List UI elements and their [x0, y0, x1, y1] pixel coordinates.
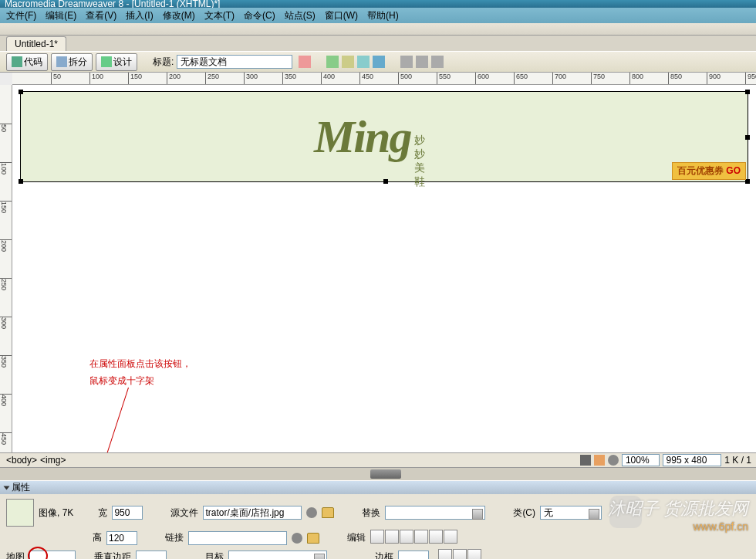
class-select[interactable]: 无 — [540, 506, 602, 520]
menu-file[interactable]: 文件(F) — [3, 9, 39, 22]
tag-img[interactable]: <img> — [39, 455, 67, 466]
align-buttons[interactable] — [438, 549, 482, 559]
panel-splitter[interactable] — [0, 468, 756, 480]
visual-aids-icon[interactable] — [431, 56, 444, 68]
menu-site[interactable]: 站点(S) — [282, 9, 319, 22]
point-to-file-icon-2[interactable] — [292, 533, 302, 544]
src-input[interactable] — [203, 506, 302, 520]
height-label: 高 — [93, 531, 102, 544]
ruler-vertical: 50 100 150 200 250 300 350 400 450 — [0, 85, 12, 452]
file-size-label: 1 K / 1 — [724, 455, 751, 466]
menubar: 文件(F) 编辑(E) 查看(V) 插入(I) 修改(M) 文本(T) 命令(C… — [0, 8, 756, 23]
hand-tool-icon[interactable] — [594, 455, 605, 466]
file-mgmt-icon[interactable] — [342, 56, 354, 68]
map-name-input[interactable] — [29, 551, 76, 560]
class-label: 类(C) — [513, 506, 535, 520]
design-canvas[interactable]: Ming 妙妙美鞋 百元优惠券 GO 在属性面板点击该按钮， 鼠标变成十字架 — [12, 85, 756, 452]
insert-toolbar — [0, 23, 756, 36]
border-input[interactable] — [398, 551, 429, 560]
watermark: 沐昭子 货源批发网 www.6pf.cn — [608, 497, 748, 533]
menu-edit[interactable]: 编辑(E) — [42, 9, 79, 22]
document-toolbar: 代码 拆分 设计 标题: — [0, 51, 756, 73]
point-to-file-icon[interactable] — [306, 507, 317, 518]
link-input[interactable] — [188, 531, 287, 545]
menu-modify[interactable]: 修改(M) — [160, 9, 198, 22]
view-split-button[interactable]: 拆分 — [51, 53, 93, 71]
refresh-icon[interactable] — [400, 56, 413, 68]
link-label: 链接 — [165, 531, 184, 544]
height-input[interactable] — [106, 531, 137, 545]
menu-view[interactable]: 查看(V) — [83, 9, 120, 22]
ruler-horizontal: 50 100 150 200 250 300 350 400 450 500 5… — [12, 73, 756, 85]
vspace-label: 垂直边距 — [94, 551, 131, 559]
src-label: 源文件 — [170, 506, 198, 520]
window-titlebar: Macromedia Dreamweaver 8 - [Untitled-1 (… — [0, 0, 756, 8]
border-label: 边框 — [375, 551, 393, 559]
browse-folder-icon[interactable] — [322, 507, 334, 518]
window-size-select[interactable]: 995 x 480 — [663, 454, 722, 466]
properties-panel-header[interactable]: 属性 — [0, 480, 756, 494]
globe-icon[interactable] — [373, 56, 385, 68]
select-tool-icon[interactable] — [580, 455, 591, 466]
banner-logo: Ming 妙妙美鞋 — [314, 110, 410, 164]
annotation-line — [76, 388, 129, 452]
width-label: 宽 — [98, 506, 107, 520]
vspace-input[interactable] — [136, 551, 167, 560]
validate-icon[interactable] — [326, 56, 339, 68]
document-tab[interactable]: Untitled-1* — [6, 36, 66, 51]
view-options-icon[interactable] — [416, 56, 428, 68]
annotation-text: 在属性面板点击该按钮， 鼠标变成十字架 — [89, 355, 191, 389]
page-title-input[interactable] — [177, 55, 292, 69]
zoom-select[interactable]: 100% — [622, 454, 660, 466]
coupon-badge: 百元优惠券 GO — [672, 162, 746, 180]
menu-text[interactable]: 文本(T) — [201, 9, 238, 22]
edit-image-buttons[interactable] — [370, 530, 458, 546]
alt-select[interactable] — [385, 506, 485, 520]
target-label: 目标 — [205, 551, 224, 559]
view-design-button[interactable]: 设计 — [96, 53, 137, 71]
map-label: 地图 — [6, 551, 25, 559]
title-label: 标题: — [153, 56, 174, 69]
target-select[interactable] — [228, 551, 327, 560]
edit-label: 编辑 — [347, 531, 366, 544]
no-browser-check-icon[interactable] — [299, 56, 311, 68]
browse-folder-icon-2[interactable] — [307, 533, 319, 544]
menu-commands[interactable]: 命令(C) — [241, 9, 278, 22]
alt-label: 替换 — [362, 506, 380, 520]
image-type-label: 图像, 7K — [39, 506, 73, 520]
menu-help[interactable]: 帮助(H) — [364, 9, 402, 22]
tag-selector-bar: <body><img> 100% 995 x 480 1 K / 1 — [0, 452, 756, 468]
collapse-icon[interactable] — [4, 486, 10, 490]
view-code-button[interactable]: 代码 — [6, 53, 48, 71]
selected-image[interactable]: Ming 妙妙美鞋 百元优惠券 GO — [20, 91, 748, 182]
menu-window[interactable]: 窗口(W) — [322, 9, 361, 22]
zoom-tool-icon[interactable] — [608, 455, 619, 466]
tag-body[interactable]: <body> — [5, 455, 39, 466]
width-input[interactable] — [112, 506, 143, 520]
image-thumbnail — [6, 499, 34, 527]
document-tabbar: Untitled-1* — [0, 36, 756, 51]
preview-icon[interactable] — [357, 56, 370, 68]
menu-insert[interactable]: 插入(I) — [123, 9, 156, 22]
